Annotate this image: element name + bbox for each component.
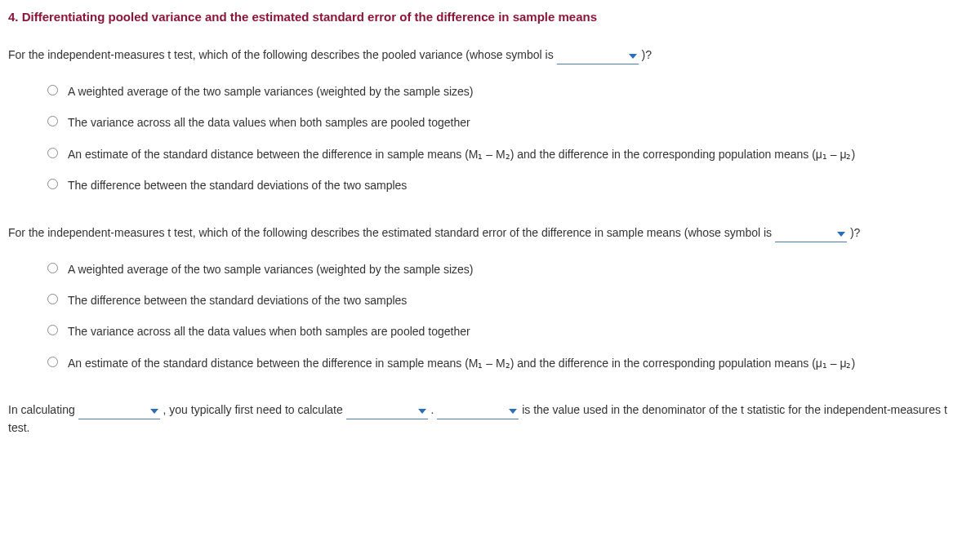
- option-label: The variance across all the data values …: [68, 113, 972, 131]
- q2-option[interactable]: A weighted average of the two sample var…: [47, 260, 972, 278]
- question-heading: 4. Differentiating pooled variance and t…: [8, 10, 972, 24]
- q1-prompt: For the independent-measures t test, whi…: [8, 47, 972, 64]
- radio-icon: [47, 325, 58, 335]
- radio-icon: [47, 263, 58, 273]
- chevron-down-icon: [629, 54, 637, 59]
- q2-suffix: )?: [850, 226, 860, 239]
- q1-suffix: )?: [641, 48, 651, 61]
- chevron-down-icon: [837, 232, 845, 237]
- q3-dropdown-3[interactable]: [437, 405, 519, 419]
- q1-symbol-dropdown[interactable]: [557, 50, 639, 64]
- option-label: The difference between the standard devi…: [68, 176, 972, 194]
- q1-option[interactable]: The difference between the standard devi…: [47, 176, 972, 194]
- q3-p2: , you typically first need to calculate: [163, 403, 346, 416]
- chevron-down-icon: [418, 409, 426, 414]
- option-label: The difference between the standard devi…: [68, 291, 972, 309]
- q2-option[interactable]: The variance across all the data values …: [47, 322, 972, 340]
- option-label: A weighted average of the two sample var…: [68, 82, 972, 100]
- q2-option[interactable]: An estimate of the standard distance bet…: [47, 354, 972, 372]
- q3-p3: .: [431, 403, 438, 416]
- radio-icon: [47, 294, 58, 304]
- q3-dropdown-1[interactable]: [78, 405, 160, 419]
- q1-options: A weighted average of the two sample var…: [47, 82, 972, 195]
- q2-prefix: For the independent-measures t test, whi…: [8, 226, 775, 239]
- radio-icon: [47, 85, 58, 95]
- option-label: A weighted average of the two sample var…: [68, 260, 972, 278]
- q2-symbol-dropdown[interactable]: [775, 228, 847, 242]
- chevron-down-icon: [509, 409, 517, 414]
- q2-options: A weighted average of the two sample var…: [47, 260, 972, 373]
- q2-prompt: For the independent-measures t test, whi…: [8, 224, 972, 242]
- q1-option[interactable]: The variance across all the data values …: [47, 113, 972, 131]
- q2-option[interactable]: The difference between the standard devi…: [47, 291, 972, 309]
- q3-p1: In calculating: [8, 403, 78, 416]
- chevron-down-icon: [150, 409, 158, 414]
- q1-option[interactable]: A weighted average of the two sample var…: [47, 82, 972, 100]
- q3-dropdown-2[interactable]: [346, 405, 428, 419]
- option-label: The variance across all the data values …: [68, 322, 972, 340]
- radio-icon: [47, 179, 58, 189]
- q1-prefix: For the independent-measures t test, whi…: [8, 48, 557, 61]
- radio-icon: [47, 116, 58, 126]
- option-label: An estimate of the standard distance bet…: [68, 354, 972, 372]
- option-label: An estimate of the standard distance bet…: [68, 145, 972, 163]
- q1-option[interactable]: An estimate of the standard distance bet…: [47, 145, 972, 163]
- radio-icon: [47, 148, 58, 158]
- radio-icon: [47, 357, 58, 367]
- q3-prompt: In calculating , you typically first nee…: [8, 401, 972, 437]
